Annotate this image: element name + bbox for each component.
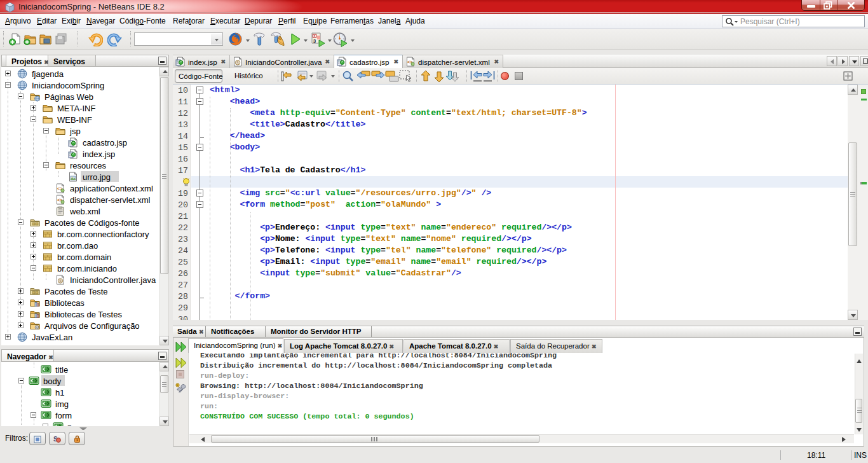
svg-text:3: 3 xyxy=(313,38,316,44)
